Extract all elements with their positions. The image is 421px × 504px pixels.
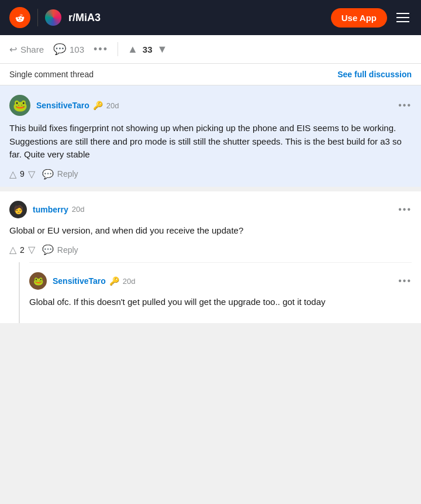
see-full-discussion-link[interactable]: See full discussion — [337, 70, 412, 79]
share-label: Share — [20, 44, 44, 54]
toolbar-divider — [118, 42, 118, 56]
hamburger-menu[interactable] — [394, 11, 412, 25]
comment-sensitivetaro-reply: 🐸 SensitiveTaro 🔑 20d ••• Global ofc. If… — [29, 262, 412, 323]
reddit-logo[interactable] — [9, 7, 30, 28]
upvote-button[interactable]: ▲ — [127, 43, 138, 56]
vote-count: 33 — [143, 44, 153, 54]
more-options-button[interactable]: ••• — [94, 43, 108, 56]
comment-header-top: 🐸 SensitiveTaro 🔑 20d ••• — [9, 95, 412, 116]
subreddit-icon — [45, 9, 61, 26]
comments-count-group: 💬 103 — [53, 43, 84, 56]
comment-tumberry: 🧑 tumberry 20d ••• Global or EU version,… — [9, 201, 412, 263]
indent-reply2: 🐸 SensitiveTaro 🔑 20d ••• Global ofc. If… — [19, 262, 412, 323]
upvote-top[interactable]: △ — [9, 169, 16, 180]
downvote-top[interactable]: ▽ — [28, 169, 35, 180]
reply-bubble-icon-top: 💬 — [42, 169, 54, 180]
share-arrow-icon: ↩ — [9, 44, 17, 55]
comment-header-tumberry: 🧑 tumberry 20d ••• — [9, 201, 412, 218]
vote-group-tumberry: △ 2 ▽ — [9, 244, 35, 255]
upvote-tumberry[interactable]: △ — [9, 244, 16, 255]
app-header: r/MiA3 Use App — [0, 0, 421, 35]
downvote-tumberry[interactable]: ▽ — [28, 244, 35, 255]
comment-more-sensitivetaro-2[interactable]: ••• — [398, 276, 412, 286]
avatar-tumberry: 🧑 — [9, 201, 27, 218]
use-app-button[interactable]: Use App — [331, 8, 387, 28]
comments-section: 🐸 SensitiveTaro 🔑 20d ••• This build fix… — [0, 85, 421, 323]
thread-bar: Single comment thread See full discussio… — [0, 64, 421, 85]
comment-actions-top: △ 9 ▽ 💬 Reply — [9, 169, 412, 180]
timestamp-tumberry: 20d — [72, 205, 85, 214]
comment-body-sensitivetaro-2: Global ofc. If this doesn't get pulled y… — [29, 296, 412, 309]
comment-more-tumberry[interactable]: ••• — [398, 204, 412, 215]
reply-label-tumberry: Reply — [57, 245, 78, 255]
reply-button-tumberry[interactable]: 💬 Reply — [42, 244, 78, 255]
mod-icon-sensitivetaro-2: 🔑 — [109, 276, 119, 286]
vote-num-top: 9 — [20, 169, 25, 179]
comment-body-tumberry: Global or EU version, and when did you r… — [9, 224, 412, 238]
reply-button-top[interactable]: 💬 Reply — [42, 169, 78, 180]
vote-group-top: △ 9 ▽ — [9, 169, 35, 180]
subreddit-name: r/MiA3 — [68, 12, 101, 24]
timestamp-sensitivetaro-2: 20d — [123, 277, 136, 286]
username-tumberry[interactable]: tumberry — [33, 205, 68, 214]
comment-meta-tumberry: tumberry 20d — [33, 205, 392, 214]
avatar-sensitivetaro-2: 🐸 — [29, 272, 47, 290]
header-divider — [37, 9, 38, 26]
comment-meta-sensitivetaro-2: SensitiveTaro 🔑 20d — [53, 276, 392, 286]
comment-more-top[interactable]: ••• — [398, 100, 412, 111]
timestamp-top: 20d — [106, 101, 119, 110]
comment-bubble-icon: 💬 — [53, 43, 66, 56]
vote-group: ▲ 33 ▼ — [127, 43, 167, 56]
comment-top: 🐸 SensitiveTaro 🔑 20d ••• This build fix… — [0, 85, 421, 187]
comment-meta-top: SensitiveTaro 🔑 20d — [36, 101, 392, 110]
avatar-sensitivetaro: 🐸 — [9, 95, 30, 116]
reply-label-top: Reply — [57, 169, 78, 179]
thread-label: Single comment thread — [9, 70, 94, 79]
nested-comments-wrapper: 🧑 tumberry 20d ••• Global or EU version,… — [0, 191, 421, 323]
downvote-button[interactable]: ▼ — [157, 43, 167, 56]
comment-header-sensitivetaro-2: 🐸 SensitiveTaro 🔑 20d ••• — [29, 272, 412, 290]
username-sensitivetaro-2[interactable]: SensitiveTaro — [53, 276, 106, 286]
comment-body-top: This build fixes fingerprint not showing… — [9, 122, 412, 162]
username-top[interactable]: SensitiveTaro — [36, 101, 89, 110]
reply-bubble-icon-tumberry: 💬 — [42, 244, 54, 255]
comment-actions-tumberry: △ 2 ▽ 💬 Reply — [9, 244, 412, 255]
share-button[interactable]: ↩ Share — [9, 44, 44, 55]
comment-count: 103 — [70, 44, 84, 54]
vote-num-tumberry: 2 — [20, 245, 25, 255]
mod-icon-top: 🔑 — [93, 101, 103, 110]
post-toolbar: ↩ Share 💬 103 ••• ▲ 33 ▼ — [0, 35, 421, 64]
